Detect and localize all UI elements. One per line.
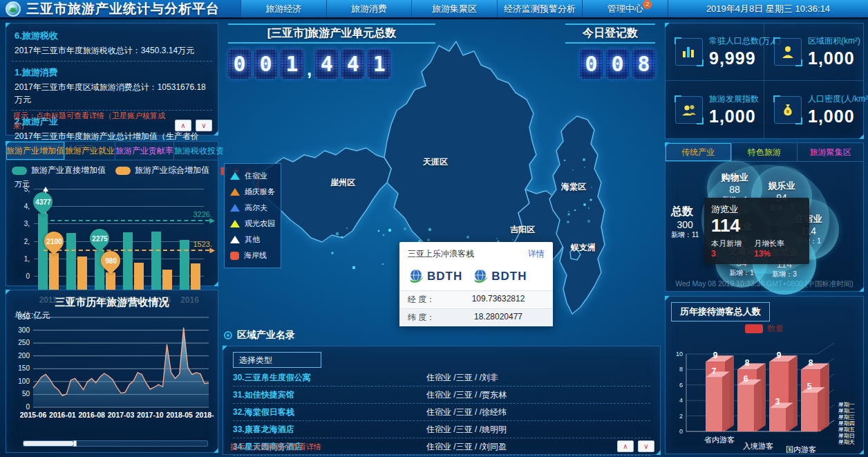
scrollbar-handle[interactable] — [23, 441, 73, 446]
average-line: ▶1523. — [44, 250, 209, 251]
summary-hint: 提示：点击标题可查看详情（卫星账户核算成果） — [13, 111, 175, 131]
bar-旅游产业直接增加值[interactable] — [151, 232, 161, 290]
bar-旅游产业综合增加值[interactable] — [77, 257, 87, 290]
bar-旅游产业综合增加值[interactable] — [49, 253, 59, 290]
money-bag-icon: ¥ — [774, 96, 802, 124]
bar-旅游产业直接增加值[interactable] — [66, 233, 76, 290]
stat-card-text: 人口密度(人/km²)1,000 — [808, 93, 868, 127]
chart-zoom-scrollbar[interactable] — [23, 440, 208, 447]
bubble-name: 购物业 — [721, 171, 748, 184]
summary-item-title[interactable]: 1.旅游消费 — [15, 66, 209, 79]
summary-item: 1.旅游消费2017年三亚市年度区域旅游消费总计：10531676.18万元 — [6, 62, 218, 110]
marker-value: 2275 — [91, 234, 106, 242]
marker-triangle-icon — [230, 220, 240, 227]
directory-next-button[interactable]: ∨ — [638, 440, 654, 452]
nav-item-4[interactable]: 经济监测预警分析 — [497, 0, 583, 17]
bubble-tab-3[interactable]: 旅游聚集区 — [798, 143, 863, 161]
svg-text:省内游客: 省内游客 — [704, 436, 735, 444]
svg-text:7: 7 — [712, 366, 717, 376]
bar-旅游产业综合增加值[interactable] — [162, 270, 172, 290]
poi-popup-title: 三亚上乐冲浪客栈 — [408, 248, 474, 260]
svg-text:6: 6 — [679, 382, 683, 389]
bar-旅游产业综合增加值[interactable] — [106, 272, 115, 290]
nav-item-label: 旅游集聚区 — [432, 3, 477, 15]
visitors-3d-chart: 024681098987635省内游客入境游客国内游客星期一星期二星期三星期四星… — [666, 335, 863, 454]
poi-detail-link[interactable]: 详情 — [528, 248, 545, 260]
summary-item: 6.旅游税收2017年三亚市年度旅游税收总计：3450.3.14万元 — [6, 25, 218, 61]
bubble-chart: 购物业88新增：4娱乐业94新增：3餐饮业155住宿业114新增：1交通业84新… — [666, 162, 863, 277]
y-tick-label: 3, — [13, 220, 30, 227]
average-label: 1523. — [193, 240, 212, 248]
bubble-tab-1[interactable]: 传统产业 — [666, 143, 732, 161]
tooltip-value: 114 — [711, 216, 802, 236]
map-legend-item[interactable]: 住宿业 — [230, 168, 275, 184]
district-label-1: 天涯区 — [423, 156, 448, 168]
nav-item-2[interactable]: 旅游消费 — [326, 0, 412, 17]
svg-text:100: 100 — [18, 377, 30, 385]
stat-label: 旅游发展指数 — [709, 93, 759, 105]
map-legend-label: 其他 — [245, 234, 260, 245]
person-icon — [774, 38, 802, 66]
nav-item-5[interactable]: 管理中心2 — [582, 0, 668, 17]
map-legend-item[interactable]: 观光农园 — [230, 216, 275, 232]
stat-label: 人口密度(人/km²) — [808, 93, 868, 105]
svg-text:2015-06: 2015-06 — [20, 411, 47, 419]
directory-item-link[interactable]: 30.三亚帛生度假公寓 — [233, 372, 426, 384]
bar-旅游产业综合增加值[interactable] — [191, 263, 200, 290]
map-legend-item[interactable]: 其他 — [230, 232, 275, 248]
average-line: ▶3226. — [44, 220, 209, 221]
industry-tab-3[interactable]: 旅游产业贡献率 — [115, 142, 174, 160]
map-legend-item[interactable]: 高尔夫 — [230, 200, 275, 216]
nav-item-3[interactable]: 旅游集聚区 — [411, 0, 497, 17]
units-counter: 001,441 — [228, 49, 435, 79]
map-legend-item[interactable]: 婚庆服务 — [230, 184, 275, 200]
summary-prev-button[interactable]: ∧ — [175, 120, 191, 131]
bar-旅游产业综合增加值[interactable] — [134, 263, 144, 290]
map-legend-item[interactable]: 海岸线 — [230, 248, 275, 263]
bubble-total: 总数300新增：11 — [671, 205, 699, 240]
industry-legend: 旅游产业直接增加值旅游产业综合增加值 — [6, 160, 218, 178]
bubble-panel-tabs: 传统产业特色旅游旅游聚集区 — [666, 143, 863, 162]
svg-text:6: 6 — [744, 374, 748, 384]
directory-row: 31.如佳快捷宾馆住宿业 /三亚 / /贾东林 — [233, 386, 650, 404]
directory-item-link[interactable]: 33.康喜龙海酒店 — [233, 424, 426, 436]
visitors-title: 历年接待游客总人数 — [671, 302, 770, 321]
poi-popup-logos: BDTHBDTH — [399, 264, 553, 290]
counter-digit: 0 — [228, 49, 251, 79]
industry-tab-1[interactable]: 旅游产业增加值 — [6, 142, 65, 160]
directory-row: 33.康喜龙海酒店住宿业 /三亚 / /姚明明 — [233, 421, 650, 438]
bar-旅游产业直接增加值[interactable] — [123, 232, 133, 290]
industry-tab-2[interactable]: 旅游产业就业 — [65, 142, 115, 160]
svg-text:300: 300 — [18, 326, 30, 334]
nav-item-1[interactable]: 旅游经济 — [240, 0, 326, 17]
directory-hint: 提示：点击标题可查看详情 — [230, 442, 321, 452]
industry-bubble-panel: 传统产业特色旅游旅游聚集区 购物业88新增：4娱乐业94新增：3餐饮业155住宿… — [665, 142, 864, 292]
directory-item-link[interactable]: 32.海棠假日客栈 — [233, 407, 426, 418]
summary-next-button[interactable]: ∨ — [196, 120, 212, 131]
value-marker: 4377 — [29, 188, 57, 216]
svg-text:50: 50 — [22, 390, 30, 398]
svg-text:3: 3 — [775, 397, 780, 407]
counter-digit: 4 — [341, 49, 364, 79]
coastline-icon — [230, 252, 239, 260]
directory-item-link[interactable]: 31.如佳快捷宾馆 — [233, 389, 426, 401]
summary-item-title[interactable]: 6.旅游税收 — [15, 30, 209, 42]
gridline — [34, 206, 204, 207]
marker-value: 2100 — [46, 238, 61, 245]
bar-旅游产业直接增加值[interactable] — [38, 214, 48, 290]
type-filter-dropdown[interactable]: 选择类型 — [233, 352, 321, 368]
industry-tab-4[interactable]: 旅游税收投资 — [174, 142, 224, 160]
bubble-tab-2[interactable]: 特色旅游 — [732, 143, 798, 161]
gridline — [34, 223, 204, 224]
app-logo-icon — [6, 1, 21, 17]
units-counter-block: [三亚市]旅游产业单元总数 001,441 — [228, 24, 435, 79]
scrollbar-knob[interactable] — [73, 440, 77, 447]
bar-chart-icon — [675, 38, 703, 66]
stat-card-text: 区域面积(km²)1,000 — [808, 35, 860, 68]
svg-text:5: 5 — [807, 382, 812, 391]
bubble-value: 88 — [729, 184, 740, 195]
svg-text:9: 9 — [777, 351, 782, 360]
bar-旅游产业直接增加值[interactable] — [180, 240, 189, 290]
directory-prev-button[interactable]: ∧ — [617, 440, 634, 452]
tooltip-col: 本月新增3 — [711, 239, 742, 259]
